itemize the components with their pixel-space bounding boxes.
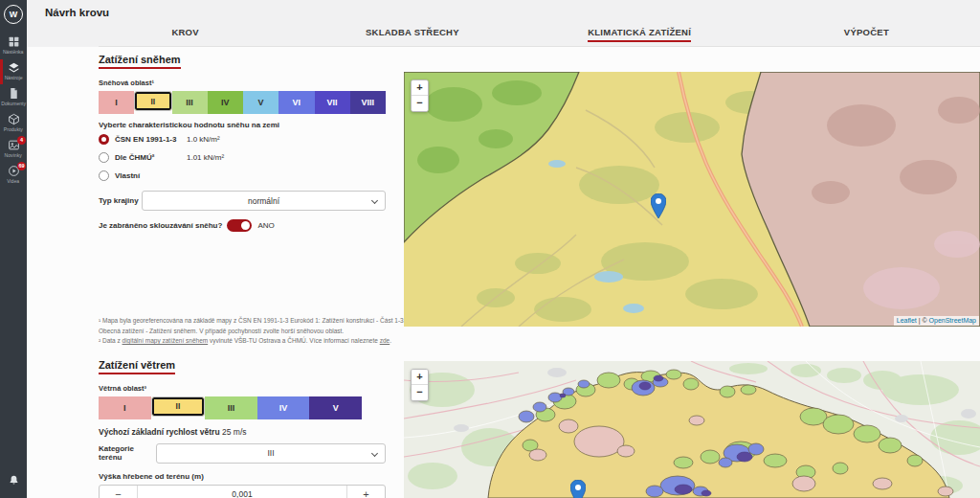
- sidebar-item-label: Novinky: [5, 152, 22, 157]
- ridge-height-stepper: − 0,001 +: [99, 485, 386, 498]
- snow-area-V[interactable]: V: [243, 91, 278, 114]
- more-info-link[interactable]: zde: [380, 337, 390, 344]
- sidebar-item-dokumenty[interactable]: Dokumenty: [0, 83, 27, 109]
- sidebar-item-label: Videa: [8, 178, 20, 183]
- sidebar-item-videa[interactable]: 69Videa: [0, 161, 27, 187]
- terrain-category-value: III: [267, 448, 274, 458]
- wind-area-V[interactable]: V: [309, 396, 362, 419]
- snow-slide-question: Je zabráněno sklouzávání sněhu?: [99, 221, 222, 230]
- map-zoom-in-button[interactable]: +: [412, 80, 428, 96]
- map-zoom-in-button[interactable]: +: [412, 370, 428, 385]
- snow-slide-toggle[interactable]: [227, 219, 252, 232]
- ridge-height-value[interactable]: 0,001: [138, 486, 346, 498]
- map-zoom-out-button[interactable]: −: [412, 96, 428, 111]
- landscape-type-select[interactable]: normální: [142, 191, 386, 211]
- active-indicator: [0, 59, 3, 84]
- app-logo[interactable]: W: [4, 5, 23, 24]
- map-zoom-control: + −: [411, 369, 429, 401]
- dashboard-icon: [8, 35, 20, 48]
- radio-label: Dle ČHMÚ²: [115, 153, 187, 162]
- sidebar-item-nastroje[interactable]: Nástroje: [0, 57, 27, 83]
- products-icon: [8, 113, 20, 125]
- radio-button[interactable]: [99, 152, 109, 163]
- chevron-down-icon: [371, 449, 378, 456]
- radio-value: 1.01 kN/m²: [187, 153, 224, 162]
- snow-load-heading: Zatížení sněhem: [99, 54, 181, 69]
- sidebar-item-novinky[interactable]: 4Novinky: [0, 135, 27, 161]
- main-area: Návrh krovu KROVSKLADBA STŘECHYKLIMATICK…: [27, 0, 980, 498]
- landscape-type-label: Typ krajiny: [99, 196, 142, 205]
- terrain-category-select[interactable]: III: [156, 443, 386, 464]
- map-zoom-out-button[interactable]: −: [412, 385, 428, 400]
- tab-bar: KROVSKLADBA STŘECHYKLIMATICKÁ ZATÍŽENÍVÝ…: [72, 27, 980, 46]
- tab-label: VÝPOČET: [844, 27, 889, 40]
- documents-icon: [8, 87, 20, 100]
- wind-speed-label: Výchozí základní rychlost větru: [99, 427, 220, 437]
- radio-option-csn-en-1991-1-3[interactable]: ČSN EN 1991-1-31.0 kN/m²: [99, 131, 386, 147]
- radio-option-dle-chmu[interactable]: Dle ČHMÚ²1.01 kN/m²: [99, 149, 386, 166]
- wind-area-II[interactable]: II: [151, 396, 206, 417]
- sidebar-item-nastenka[interactable]: Nástěnka: [0, 32, 27, 57]
- tab-klimaticka-zatizeni[interactable]: KLIMATICKÁ ZATÍŽENÍ: [526, 27, 753, 46]
- location-marker-icon: [651, 193, 666, 222]
- snow-area-II[interactable]: II: [134, 91, 171, 111]
- radio-button[interactable]: [99, 170, 109, 181]
- location-marker-icon: [570, 480, 586, 498]
- sidebar-item-label: Dokumenty: [1, 101, 26, 105]
- footnote-1-line-1: ¹ Mapa byla georeferencována na základě …: [99, 316, 414, 327]
- snow-area-I[interactable]: I: [99, 91, 134, 114]
- openstreetmap-link[interactable]: OpenStreetMap: [929, 317, 976, 324]
- radio-label: Vlastní: [115, 171, 187, 180]
- footnote-1-line-2: Obecná zatížení - Zatížení sněhem. V pří…: [99, 327, 414, 337]
- wind-area-selector: IIIIIIIVV: [99, 396, 362, 419]
- snow-map[interactable]: + − Leaflet | © OpenStreetMap: [404, 72, 980, 327]
- wind-area-I[interactable]: I: [99, 396, 151, 419]
- snow-footnotes: ¹ Mapa byla georeferencována na základě …: [99, 316, 414, 347]
- snow-area-VI[interactable]: VI: [278, 91, 314, 114]
- toggle-knob: [241, 221, 250, 230]
- sidebar-item-label: Nástroje: [5, 75, 23, 79]
- radio-label: ČSN EN 1991-1-3: [115, 135, 187, 144]
- decrement-button[interactable]: −: [100, 486, 138, 498]
- wind-speed-value: 25 m/s: [222, 427, 247, 437]
- notification-badge: 4: [17, 136, 26, 145]
- notifications-bell-button[interactable]: [0, 473, 27, 490]
- bell-icon: [8, 473, 20, 490]
- map-zoom-control: + −: [411, 79, 429, 112]
- radio-option-vlastni[interactable]: Vlastní: [99, 168, 386, 184]
- snow-area-VII[interactable]: VII: [315, 91, 350, 114]
- snow-value-options: ČSN EN 1991-1-31.0 kN/m²Dle ČHMÚ²1.01 kN…: [99, 131, 386, 184]
- form-column: Zatížení sněhem Sněhová oblast¹ IIIIIIIV…: [99, 47, 386, 498]
- tab-krov[interactable]: KROV: [72, 27, 299, 46]
- snow-slide-state: ANO: [257, 221, 274, 230]
- snow-slide-row: Je zabráněno sklouzávání sněhu? ANO: [99, 219, 386, 232]
- radio-button[interactable]: [99, 134, 109, 145]
- landscape-type-value: normální: [248, 196, 279, 206]
- tab-label: SKLADBA STŘECHY: [366, 27, 459, 40]
- sidebar-item-label: Produkty: [4, 126, 23, 131]
- tab-skladba-strechy[interactable]: SKLADBA STŘECHY: [299, 27, 525, 46]
- increment-button[interactable]: +: [346, 486, 385, 498]
- landscape-type-row: Typ krajiny normální: [99, 191, 386, 211]
- snow-area-IV[interactable]: IV: [208, 91, 243, 114]
- snow-area-III[interactable]: III: [172, 91, 208, 114]
- chevron-down-icon: [371, 197, 378, 204]
- snow-map-data-link[interactable]: digitální mapy zatížení sněhem: [122, 337, 209, 344]
- terrain-category-label: Kategorie terénu: [99, 444, 156, 462]
- tools-icon: [8, 61, 20, 74]
- tab-vypocet[interactable]: VÝPOČET: [753, 27, 980, 46]
- footnote-2: ² Data z digitální mapy zatížení sněhem …: [99, 336, 414, 347]
- snow-area-VIII[interactable]: VIII: [350, 91, 386, 114]
- wind-map[interactable]: + −: [404, 361, 980, 498]
- notification-badge: 69: [17, 162, 26, 170]
- tab-label: KROV: [171, 27, 198, 40]
- snow-value-section-label: Vyberte charakteristickou hodnotu sněhu …: [99, 121, 386, 129]
- wind-area-IV[interactable]: IV: [257, 396, 310, 419]
- sidebar-item-produkty[interactable]: Produkty: [0, 109, 27, 135]
- wind-load-heading: Zatížení větrem: [99, 359, 175, 374]
- snow-map-graphic: [404, 72, 980, 327]
- wind-area-III[interactable]: III: [205, 396, 257, 419]
- content: Zatížení sněhem Sněhová oblast¹ IIIIIIIV…: [27, 47, 980, 498]
- leaflet-link[interactable]: Leaflet: [897, 317, 917, 324]
- snow-area-label: Sněhová oblast¹: [99, 79, 386, 87]
